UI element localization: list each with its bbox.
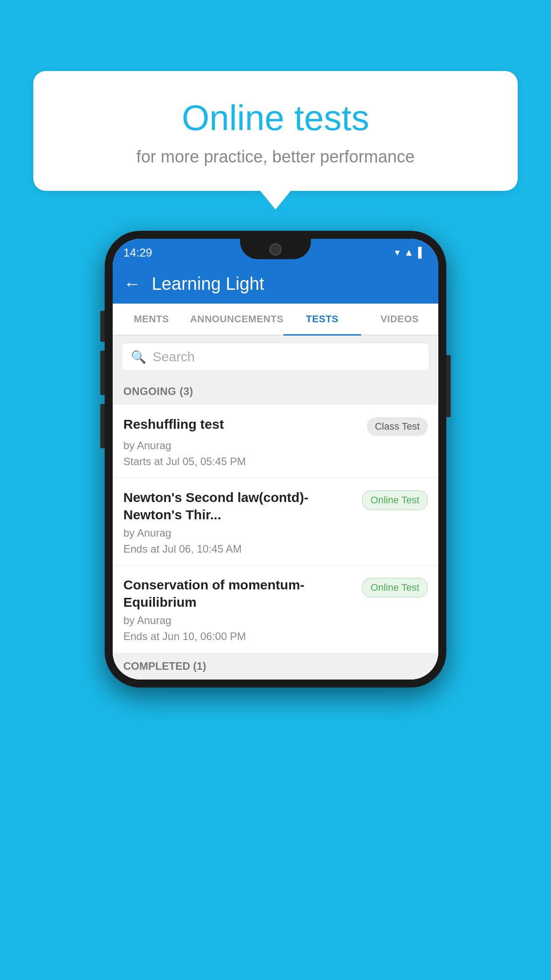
app-title: Learning Light <box>152 274 264 294</box>
speech-bubble: Online tests for more practice, better p… <box>33 71 518 191</box>
test-meta-date-1: Starts at Jul 05, 05:45 PM <box>123 455 428 468</box>
badge-class-test-1: Class Test <box>367 417 428 436</box>
search-box[interactable]: 🔍 Search <box>122 343 429 371</box>
test-name-1: Reshuffling test <box>123 415 362 433</box>
battery-icon: ▌ <box>418 247 425 258</box>
test-name-3: Conservation of momentum-Equilibrium <box>123 576 358 611</box>
bubble-subtitle: for more practice, better performance <box>55 147 496 166</box>
signal-icon: ▲ <box>404 247 414 258</box>
test-meta-by-1: by Anurag <box>123 439 428 452</box>
test-item-3[interactable]: Conservation of momentum-Equilibrium Onl… <box>113 565 438 653</box>
search-placeholder: Search <box>153 349 195 364</box>
completed-section-header: COMPLETED (1) <box>113 653 438 680</box>
badge-online-test-3: Online Test <box>362 578 428 597</box>
test-item-1-header: Reshuffling test Class Test <box>123 415 428 436</box>
vol-up-button <box>100 311 105 342</box>
status-icons: ▾ ▲ ▌ <box>395 247 425 258</box>
test-item-1[interactable]: Reshuffling test Class Test by Anurag St… <box>113 405 438 478</box>
phone-mockup: 14:29 ▾ ▲ ▌ ← Learning Light MENTS ANNOU… <box>105 231 446 688</box>
test-name-2: Newton's Second law(contd)-Newton's Thir… <box>123 489 358 523</box>
wifi-icon: ▾ <box>395 247 400 258</box>
tab-videos[interactable]: VIDEOS <box>361 304 438 336</box>
back-button[interactable]: ← <box>123 274 141 294</box>
ongoing-section-header: ONGOING (3) <box>113 378 438 405</box>
front-camera <box>269 243 282 256</box>
test-meta-by-2: by Anurag <box>123 527 428 539</box>
power-button <box>446 355 451 417</box>
test-meta-by-3: by Anurag <box>123 614 428 627</box>
vol-down-button <box>100 351 105 395</box>
phone-screen: 14:29 ▾ ▲ ▌ ← Learning Light MENTS ANNOU… <box>113 239 438 680</box>
test-item-2[interactable]: Newton's Second law(contd)-Newton's Thir… <box>113 478 438 565</box>
app-bar: ← Learning Light <box>113 264 438 304</box>
test-item-3-header: Conservation of momentum-Equilibrium Onl… <box>123 576 428 611</box>
vol-down2-button <box>100 404 105 448</box>
test-item-2-header: Newton's Second law(contd)-Newton's Thir… <box>123 489 428 523</box>
status-time: 14:29 <box>123 246 152 260</box>
tab-ments[interactable]: MENTS <box>113 304 190 336</box>
search-icon: 🔍 <box>131 350 146 364</box>
tab-tests[interactable]: TESTS <box>283 304 361 336</box>
badge-online-test-2: Online Test <box>362 490 428 510</box>
tab-announcements[interactable]: ANNOUNCEMENTS <box>190 304 283 336</box>
bubble-title: Online tests <box>55 98 496 138</box>
tab-bar: MENTS ANNOUNCEMENTS TESTS VIDEOS <box>113 304 438 336</box>
test-meta-date-3: Ends at Jun 10, 06:00 PM <box>123 630 428 643</box>
search-container: 🔍 Search <box>113 336 438 378</box>
test-meta-date-2: Ends at Jul 06, 10:45 AM <box>123 543 428 555</box>
